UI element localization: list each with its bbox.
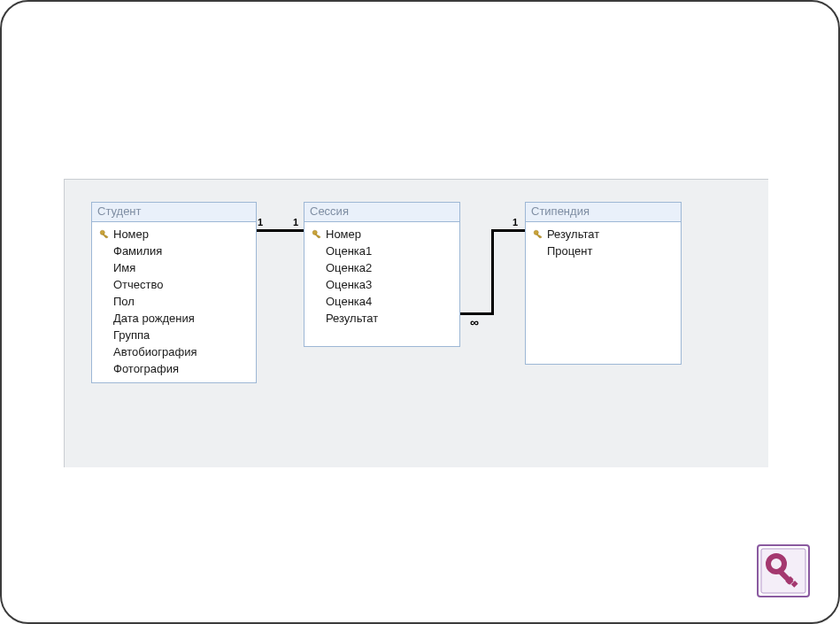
table-field[interactable]: Оценка1 (306, 243, 458, 259)
slide-frame: 1 1 ∞ 1 Студент НомерФамилияИмяОтчествоП… (0, 0, 840, 624)
primary-key-icon (310, 228, 324, 241)
field-name: Имя (112, 261, 135, 274)
cardinality-label: ∞ (470, 315, 479, 329)
table-title: Студент (92, 203, 256, 222)
relation-line[interactable] (255, 229, 304, 232)
table-session[interactable]: Сессия НомерОценка1Оценка2Оценка3Оценка4… (304, 202, 460, 347)
table-field-list: НомерФамилияИмяОтчествоПолДата рожденияГ… (92, 222, 256, 382)
relation-line[interactable] (491, 229, 525, 232)
table-field[interactable]: Оценка4 (306, 293, 458, 310)
key-spacer (97, 245, 112, 258)
relation-line[interactable] (491, 229, 494, 315)
table-title: Сессия (304, 203, 459, 222)
table-field[interactable]: Пол (94, 293, 254, 310)
field-name: Группа (112, 328, 150, 342)
field-name: Дата рождения (112, 312, 195, 325)
table-field[interactable]: Отчество (94, 276, 254, 293)
ms-access-icon (757, 544, 810, 597)
table-field[interactable]: Номер (306, 226, 458, 243)
table-field[interactable]: Результат (528, 226, 679, 243)
table-field[interactable]: Фотография (94, 360, 254, 377)
table-field[interactable]: Дата рождения (94, 310, 254, 327)
cardinality-label: 1 (512, 217, 518, 227)
field-name: Оценка3 (324, 278, 372, 291)
key-spacer (310, 245, 324, 258)
primary-key-icon (97, 228, 112, 241)
key-spacer (310, 296, 324, 308)
field-name: Отчество (112, 278, 164, 291)
key-spacer (97, 279, 112, 291)
key-spacer (531, 245, 545, 258)
key-spacer (97, 312, 112, 325)
field-name: Оценка4 (324, 295, 372, 308)
table-field[interactable]: Оценка2 (306, 259, 458, 276)
key-spacer (97, 262, 112, 274)
field-name: Оценка1 (324, 244, 372, 258)
table-stipend[interactable]: Стипендия РезультатПроцент (525, 202, 682, 365)
field-name: Пол (112, 295, 135, 308)
table-field[interactable]: Группа (94, 327, 254, 343)
field-name: Фамилия (112, 244, 162, 258)
field-name: Номер (112, 227, 149, 241)
relationships-canvas[interactable]: 1 1 ∞ 1 Студент НомерФамилияИмяОтчествоП… (64, 179, 768, 467)
key-spacer (97, 346, 112, 358)
field-name: Результат (545, 227, 599, 241)
key-spacer (97, 296, 112, 308)
field-name: Результат (324, 312, 378, 325)
cardinality-label: 1 (293, 217, 298, 227)
key-spacer (310, 312, 324, 325)
key-spacer (97, 363, 112, 375)
table-field[interactable]: Имя (94, 259, 254, 276)
table-field[interactable]: Результат (306, 310, 458, 327)
key-spacer (310, 262, 324, 274)
table-title: Стипендия (526, 203, 681, 222)
table-field[interactable]: Оценка3 (306, 276, 458, 293)
table-field[interactable]: Номер (94, 226, 254, 243)
table-field-list: РезультатПроцент (526, 222, 681, 364)
table-field[interactable]: Фамилия (94, 243, 254, 259)
field-name: Процент (545, 244, 592, 258)
primary-key-icon (531, 228, 545, 241)
cardinality-label: 1 (258, 217, 263, 227)
table-student[interactable]: Студент НомерФамилияИмяОтчествоПолДата р… (91, 202, 257, 383)
key-spacer (310, 279, 324, 291)
key-spacer (97, 329, 112, 342)
field-name: Оценка2 (324, 261, 372, 274)
field-name: Номер (324, 227, 361, 241)
table-field-list: НомерОценка1Оценка2Оценка3Оценка4Результ… (304, 222, 459, 346)
table-field[interactable]: Автобиография (94, 343, 254, 360)
field-name: Автобиография (112, 345, 197, 358)
field-name: Фотография (112, 362, 179, 375)
table-field[interactable]: Процент (528, 243, 679, 259)
